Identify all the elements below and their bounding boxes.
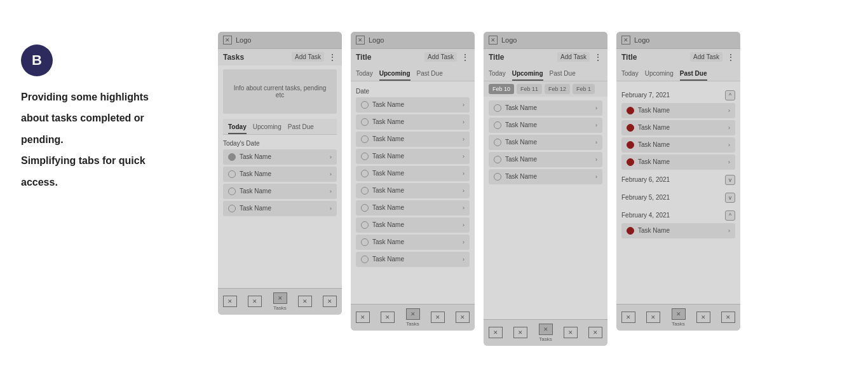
nav-item[interactable]: ✕: [513, 327, 527, 338]
task-name: Task Name: [372, 256, 404, 263]
table-row[interactable]: Task Name›: [356, 183, 470, 198]
screen2-tab-upcoming[interactable]: Upcoming: [379, 68, 410, 81]
nav-icon-active: ✕: [273, 292, 287, 304]
table-row[interactable]: Task Name ›: [223, 201, 337, 216]
nav-item[interactable]: ✕: [696, 312, 710, 323]
table-row[interactable]: Task Name›: [356, 217, 470, 233]
table-row[interactable]: Task Name›: [489, 152, 602, 167]
nav-item[interactable]: ✕: [646, 312, 660, 323]
nav-item[interactable]: ✕: [223, 296, 237, 307]
table-row[interactable]: Task Name›: [356, 132, 470, 147]
nav-item[interactable]: ✕: [721, 312, 735, 323]
screen3-date-tab-4[interactable]: Feb 1: [573, 84, 595, 94]
screen1-more-icon[interactable]: ⋮: [328, 52, 337, 62]
screen4-tab-pastdue[interactable]: Past Due: [680, 68, 707, 81]
collapse-btn-feb4[interactable]: ^: [725, 210, 735, 221]
screen1-tab-upcoming[interactable]: Upcoming: [253, 121, 281, 134]
chevron-right-icon: ›: [595, 156, 597, 163]
screen4-add-task-button[interactable]: Add Task: [690, 52, 722, 62]
nav-item-active[interactable]: ✕ Tasks: [539, 324, 553, 342]
table-row[interactable]: Task Name›: [621, 154, 735, 170]
nav-item[interactable]: ✕: [431, 312, 445, 323]
nav-item[interactable]: ✕: [456, 312, 470, 323]
screen3-close-icon[interactable]: ✕: [489, 36, 498, 45]
screen3-date-tabs: Feb 10 Feb 11 Feb 12 Feb 1: [484, 81, 607, 97]
nav-item[interactable]: ✕: [564, 327, 578, 338]
nav-item[interactable]: ✕: [248, 296, 262, 307]
screen1-close-icon[interactable]: ✕: [223, 36, 232, 45]
nav-item-active[interactable]: ✕ Tasks: [406, 308, 420, 327]
chevron-right-icon: ›: [463, 119, 465, 125]
screen2-content: Date Task Name› Task Name› Task Name› Ta…: [351, 81, 475, 304]
screen4-bottom-nav: ✕ ✕ ✕ Tasks ✕ ✕: [616, 304, 740, 331]
table-row[interactable]: Task Name›: [489, 135, 602, 150]
table-row[interactable]: Task Name›: [621, 137, 735, 153]
screen4-more-icon[interactable]: ⋮: [726, 52, 735, 62]
screen3-date-tab-3[interactable]: Feb 12: [545, 84, 570, 94]
table-row[interactable]: Task Name ›: [223, 149, 337, 165]
screen3-add-task-button[interactable]: Add Task: [557, 52, 590, 62]
collapse-btn-feb5[interactable]: v: [725, 193, 735, 203]
desc-line-5: access.: [21, 174, 199, 191]
screen1-tab-pastdue[interactable]: Past Due: [288, 121, 314, 134]
screen2-tab-pastdue[interactable]: Past Due: [417, 68, 443, 81]
table-row[interactable]: Task Name›: [621, 103, 735, 118]
table-row[interactable]: Task Name›: [356, 97, 470, 113]
screen4-tab-upcoming[interactable]: Upcoming: [645, 68, 674, 81]
screen3-tab-pastdue[interactable]: Past Due: [550, 68, 576, 81]
screen4-content: February 7, 2021 ^ Task Name› Task Name›…: [616, 81, 740, 304]
table-row[interactable]: Task Name›: [356, 149, 470, 164]
table-row[interactable]: Task Name›: [621, 120, 735, 135]
screen3-tab-today[interactable]: Today: [489, 68, 506, 81]
collapse-btn-feb7[interactable]: ^: [725, 90, 735, 100]
task-name: Task Name: [372, 170, 404, 177]
table-row[interactable]: Task Name ›: [223, 167, 337, 182]
chevron-right-icon: ›: [330, 205, 332, 212]
table-row[interactable]: Task Name›: [489, 118, 602, 133]
task-circle: [361, 204, 369, 212]
table-row[interactable]: Task Name›: [489, 100, 602, 116]
screen1-title: Tasks: [223, 53, 244, 62]
screen3-more-icon[interactable]: ⋮: [593, 52, 602, 62]
table-row[interactable]: Task Name›: [356, 252, 470, 267]
screen1-logo: Logo: [236, 36, 251, 44]
table-row[interactable]: Task Name›: [356, 235, 470, 250]
screen3-date-tab-2[interactable]: Feb 11: [517, 84, 542, 94]
screen2-logo: Logo: [369, 36, 384, 44]
task-circle: [228, 170, 236, 178]
screen3-date-tab-1[interactable]: Feb 10: [489, 84, 514, 94]
nav-item[interactable]: ✕: [381, 312, 395, 323]
task-name: Task Name: [240, 170, 271, 177]
table-row[interactable]: Task Name›: [356, 114, 470, 130]
screen2-close-icon[interactable]: ✕: [356, 36, 365, 45]
chevron-right-icon: ›: [330, 154, 332, 160]
screen3-tab-upcoming[interactable]: Upcoming: [512, 68, 543, 81]
task-name: Task Name: [372, 153, 404, 160]
nav-item[interactable]: ✕: [298, 296, 312, 307]
nav-item[interactable]: ✕: [356, 312, 370, 323]
collapse-btn-feb6[interactable]: v: [725, 175, 735, 185]
nav-item[interactable]: ✕: [489, 327, 503, 338]
nav-item[interactable]: ✕: [323, 296, 337, 307]
screen4-close-icon[interactable]: ✕: [621, 36, 630, 45]
screen2-more-icon[interactable]: ⋮: [461, 52, 470, 62]
screen1-tab-today[interactable]: Today: [228, 121, 247, 134]
nav-label: Tasks: [406, 321, 419, 327]
screen3-tabs: Today Upcoming Past Due: [484, 65, 607, 81]
screen4-tab-today[interactable]: Today: [621, 68, 639, 81]
nav-item-active[interactable]: ✕ Tasks: [273, 292, 287, 311]
table-row[interactable]: Task Name›: [356, 166, 470, 181]
nav-item-active[interactable]: ✕ Tasks: [672, 308, 686, 327]
screen2-tab-today[interactable]: Today: [356, 68, 373, 81]
table-row[interactable]: Task Name›: [621, 223, 735, 238]
chevron-right-icon: ›: [595, 174, 597, 180]
nav-item[interactable]: ✕: [621, 312, 635, 323]
nav-item[interactable]: ✕: [588, 327, 602, 338]
screen2-add-task-button[interactable]: Add Task: [424, 52, 457, 62]
table-row[interactable]: Task Name ›: [223, 184, 337, 199]
task-circle: [361, 256, 369, 263]
table-row[interactable]: Task Name›: [356, 200, 470, 216]
table-row[interactable]: Task Name›: [489, 169, 602, 184]
chevron-right-icon: ›: [463, 222, 465, 228]
screen1-add-task-button[interactable]: Add Task: [292, 52, 324, 62]
